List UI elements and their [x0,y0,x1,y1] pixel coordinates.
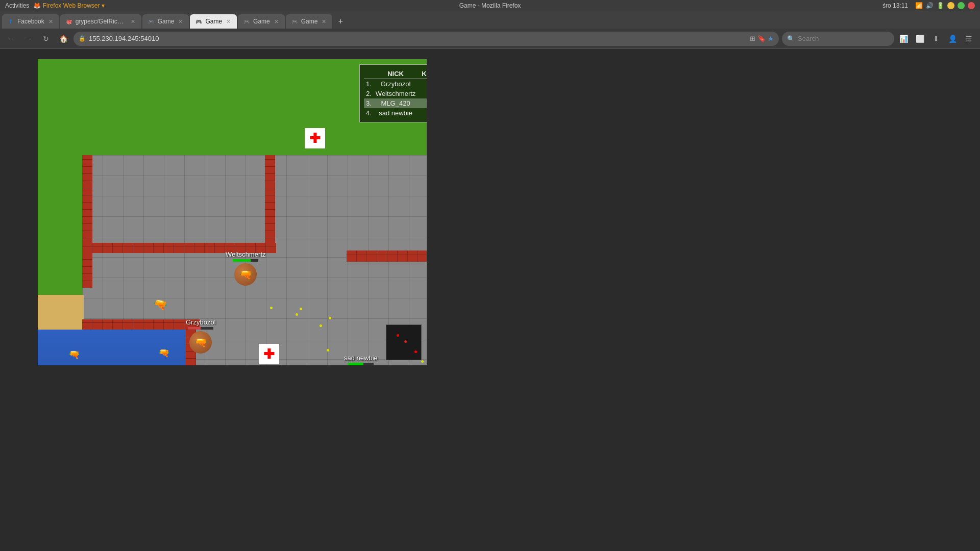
brick-wall-top [82,155,92,288]
player-grzybozol: Grzybozol 🔫 [186,318,216,354]
tab-close-game4[interactable]: ✕ [321,18,327,26]
search-icon: 🔍 [787,35,795,42]
tab-game4[interactable]: 🎮 Game ✕ [286,14,333,29]
bullet-1 [270,307,273,309]
tab-game1[interactable]: 🎮 Game ✕ [142,14,189,29]
weapon-ground-1: 🔫 [152,297,168,312]
toolbar-right: 🔍 Search 📊 ⬜ ⬇ 👤 ☰ [782,32,976,46]
tab-close-game2[interactable]: ✕ [225,18,232,26]
toolbar: ← → ↻ 🏠 🔒 155.230.194.245:54010 ⊞ 🔖 ★ 🔍 … [0,29,980,49]
tabbar: f Facebook ✕ 🐙 grypesc/GetRickRolled... … [0,11,980,29]
tab-game2[interactable]: 🎮 Game ✕ [190,14,237,29]
scoreboard: NICK KILLS 1. Grzybozol 1 2. Weltschmert… [359,64,427,122]
network-icon: 📶 [915,2,923,9]
weapon-ground-2: 🔫 [68,349,80,360]
bullet-6 [327,349,329,352]
scoreboard-nick: Weltschmertz [374,89,418,98]
search-placeholder: Search [798,35,819,42]
brick-wall-right-top [265,155,275,252]
scoreboard-row: 1. Grzybozol 1 [364,79,427,89]
tab-label-game1: Game [158,18,175,25]
scoreboard-row: 2. Weltschmertz 0 [364,89,427,98]
player-health-bar-sad-newbie [348,363,374,365]
bookmark-icon[interactable]: 🔖 [757,35,766,42]
tab-label-github: grypesc/GetRickRolled... [76,18,127,25]
scoreboard-nick: MLG_420 [374,98,418,108]
tab-close-facebook[interactable]: ✕ [47,18,54,26]
back-button[interactable]: ← [4,32,18,46]
minimap [386,324,422,360]
firefox-label[interactable]: 🦊 Firefox Web Browser ▾ [33,2,104,9]
scoreboard-nick: sad newbie [374,108,418,118]
time-display: śro 13:11 [883,2,908,9]
weapon-ground-4: 🔫 [158,347,169,359]
container-button[interactable]: ⬜ [913,32,927,46]
reload-button[interactable]: ↻ [39,32,53,46]
bullet-2 [296,313,298,316]
address-text: 155.230.194.245:54010 [89,35,747,42]
titlebar: Activities 🦊 Firefox Web Browser ▾ Game … [0,0,980,11]
battery-icon: 🔋 [937,2,944,9]
player-name-sad-newbie: sad newbie [344,354,378,362]
scoreboard-row: 3. MLG_420 0 [364,98,427,108]
scoreboard-row: 4. sad newbie 0 [364,108,427,118]
avatar-button[interactable]: 👤 [945,32,960,46]
bullet-3 [320,324,322,327]
scoreboard-kills: 0 [418,108,427,118]
brick-wall-top-right1 [347,251,427,262]
minimize-button[interactable] [947,2,954,9]
scoreboard-nick-header: NICK [374,69,418,79]
address-bar[interactable]: 🔒 155.230.194.245:54010 ⊞ 🔖 ★ [74,32,779,46]
brick-wall-bottom2 [82,319,200,330]
minimap-dot-1 [397,334,399,337]
search-box[interactable]: 🔍 Search [782,32,894,46]
home-button[interactable]: 🏠 [56,32,70,46]
player-body-grzybozol: 🔫 [189,331,212,354]
tab-label-facebook: Facebook [17,18,44,25]
scoreboard-nick: Grzybozol [374,79,418,89]
sound-icon: 🔊 [926,2,934,9]
floor-upper [82,155,265,257]
health-cross-2: ✚ [263,347,275,361]
scoreboard-rank: 2. [364,89,374,98]
tab-label-game2: Game [205,18,222,25]
game-canvas[interactable]: NICK KILLS 1. Grzybozol 1 2. Weltschmert… [38,59,427,365]
health-cross-1: ✚ [309,132,321,145]
reader-icon[interactable]: ⊞ [750,35,755,42]
player-health-fill-grzybozol [188,327,201,330]
star-icon[interactable]: ★ [768,35,774,42]
menu-button[interactable]: ☰ [962,32,976,46]
tab-favicon-facebook: f [7,18,14,25]
new-tab-button[interactable]: + [333,14,348,29]
scoreboard-kills: 1 [418,79,427,89]
minimap-dot-3 [414,350,417,353]
player-health-fill-weltschmertz [233,259,251,262]
tab-favicon-game2: 🎮 [195,18,202,25]
synced-tabs-button[interactable]: 📊 [896,32,911,46]
player-weltschmertz: Weltschmertz 🔫 [226,251,266,286]
tab-label-game4: Game [301,18,318,25]
address-icons: ⊞ 🔖 ★ [750,35,774,42]
titlebar-left: Activities 🦊 Firefox Web Browser ▾ [5,2,105,9]
forward-button[interactable]: → [21,32,36,46]
close-button[interactable] [968,2,975,9]
tab-github[interactable]: 🐙 grypesc/GetRickRolled... ✕ [60,14,141,29]
scoreboard-rank: 4. [364,108,374,118]
player-body-weltschmertz: 🔫 [234,263,257,286]
player-sad-newbie: sad newbie 🔫 [344,354,378,365]
scoreboard-kills: 0 [418,89,427,98]
bullet-5 [329,317,331,319]
player-health-bar-grzybozol [188,327,213,330]
downloads-button[interactable]: ⬇ [929,32,943,46]
scoreboard-rank: 1. [364,79,374,89]
maximize-button[interactable] [958,2,965,9]
activities-label[interactable]: Activities [5,2,29,9]
tab-favicon-game4: 🎮 [291,18,298,25]
tab-facebook[interactable]: f Facebook ✕ [2,14,59,29]
tab-close-github[interactable]: ✕ [130,18,136,26]
tab-close-game1[interactable]: ✕ [177,18,184,26]
scoreboard-kills-header: KILLS [418,69,427,79]
tab-favicon-game3: 🎮 [243,18,250,25]
tab-game3[interactable]: 🎮 Game ✕ [238,14,285,29]
tab-close-game3[interactable]: ✕ [273,18,280,26]
